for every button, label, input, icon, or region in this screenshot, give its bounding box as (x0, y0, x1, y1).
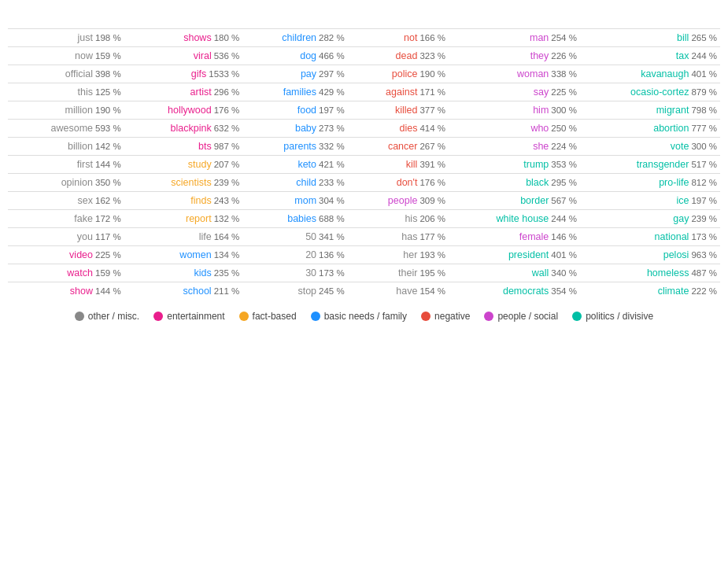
table-cell: pro-life812 % (580, 174, 720, 192)
table-cell: border567 % (449, 192, 580, 210)
table-cell: cancer267 % (348, 138, 449, 156)
word-pct: 245 % (319, 286, 345, 296)
word-pct: 323 % (419, 51, 445, 61)
table-cell: children282 % (242, 29, 347, 47)
table-cell: trump353 % (449, 156, 580, 174)
word-label: report (186, 213, 212, 224)
word-label: dies (399, 123, 417, 134)
word-pct: 211 % (214, 286, 240, 296)
word-label: black (526, 177, 549, 188)
table-cell: baby273 % (242, 120, 347, 138)
table-cell: you117 % (8, 228, 124, 246)
table-cell: white house244 % (449, 210, 580, 228)
word-label: stop (297, 286, 316, 297)
word-label: mom (294, 195, 316, 206)
table-row: video225 %women134 %20136 %her193 %presi… (8, 246, 720, 264)
word-label: her (403, 249, 417, 260)
word-label: life (199, 231, 212, 242)
legend-label: entertainment (167, 311, 224, 322)
word-pct: 136 % (319, 250, 345, 260)
word-pct: 207 % (214, 160, 240, 169)
word-label: school (183, 286, 212, 297)
word-label: babies (287, 213, 316, 224)
table-cell: dog466 % (242, 47, 347, 65)
word-label: dog (300, 50, 316, 61)
legend-dot (239, 312, 249, 321)
word-label: dead (396, 50, 418, 61)
word-label: now (75, 50, 93, 61)
table-cell: shows180 % (124, 29, 243, 47)
table-cell: has177 % (348, 228, 449, 246)
word-pct: 180 % (214, 33, 240, 42)
word-label: shows (183, 32, 211, 43)
word-pct: 1533 % (209, 69, 239, 79)
word-pct: 197 % (691, 196, 717, 205)
word-label: artist (190, 87, 212, 98)
word-pct: 125 % (95, 87, 121, 97)
table-cell: viral536 % (124, 47, 243, 65)
word-label: bts (198, 141, 212, 152)
word-label: ice (676, 195, 689, 206)
word-pct: 536 % (214, 51, 240, 61)
table-cell: now159 % (8, 47, 124, 65)
word-pct: 350 % (95, 178, 121, 187)
table-cell: sex162 % (8, 192, 124, 210)
table-row: sex162 %finds243 %mom304 %people309 %bor… (8, 192, 720, 210)
word-pct: 593 % (95, 124, 121, 133)
word-pct: 332 % (319, 142, 345, 151)
word-pct: 243 % (214, 196, 240, 205)
word-label: has (401, 231, 417, 242)
word-label: vote (671, 141, 689, 152)
word-label: keto (297, 159, 316, 170)
legend-label: politics / divisive (586, 311, 653, 322)
word-label: show (70, 286, 93, 297)
word-label: who (530, 123, 549, 134)
table-cell: their195 % (348, 264, 449, 282)
word-label: him (533, 105, 549, 116)
table-cell: migrant798 % (580, 101, 720, 120)
word-label: she (533, 141, 549, 152)
word-pct: 963 % (691, 250, 717, 260)
table-cell: women134 % (124, 246, 243, 264)
table-cell: million190 % (8, 101, 124, 120)
word-label: women (179, 249, 211, 260)
word-pct: 144 % (95, 160, 121, 169)
legend-item: negative (421, 311, 470, 322)
table-cell: parents332 % (242, 138, 347, 156)
word-pct: 239 % (691, 214, 717, 223)
word-pct: 391 % (419, 160, 445, 169)
word-label: don't (397, 177, 418, 188)
word-label: 50 (305, 231, 316, 242)
word-pct: 162 % (95, 196, 121, 205)
legend-dot (484, 312, 493, 321)
word-pct: 812 % (691, 178, 717, 187)
table-cell: keto421 % (242, 156, 347, 174)
word-label: awesome (51, 123, 94, 134)
table-row: official398 %gifs1533 %pay297 %police190… (8, 65, 720, 83)
word-label: against (386, 87, 417, 98)
word-label: their (398, 267, 417, 278)
word-label: 30 (305, 267, 316, 278)
word-label: kids (194, 267, 211, 278)
table-cell: 30173 % (242, 264, 347, 282)
word-label: you (77, 231, 93, 242)
table-cell: pelosi963 % (580, 246, 720, 264)
legend-label: other / misc. (88, 311, 139, 322)
table-cell: killed377 % (348, 101, 449, 120)
legend: other / misc.entertainmentfact-basedbasi… (8, 311, 720, 322)
legend-dot (75, 312, 84, 321)
table-cell: ocasio-cortez879 % (580, 83, 720, 101)
table-cell: female146 % (449, 228, 580, 246)
word-pct: 159 % (95, 51, 121, 61)
word-pct: 190 % (95, 105, 121, 115)
table-cell: tax244 % (580, 47, 720, 65)
table-cell: she224 % (449, 138, 580, 156)
word-pct: 341 % (319, 232, 345, 242)
legend-dot (421, 312, 431, 321)
legend-dot (572, 312, 582, 321)
word-pct: 401 % (551, 250, 577, 260)
word-pct: 117 % (95, 232, 121, 242)
word-pct: 297 % (319, 69, 345, 79)
word-label: million (65, 105, 93, 116)
word-pct: 225 % (551, 87, 577, 97)
